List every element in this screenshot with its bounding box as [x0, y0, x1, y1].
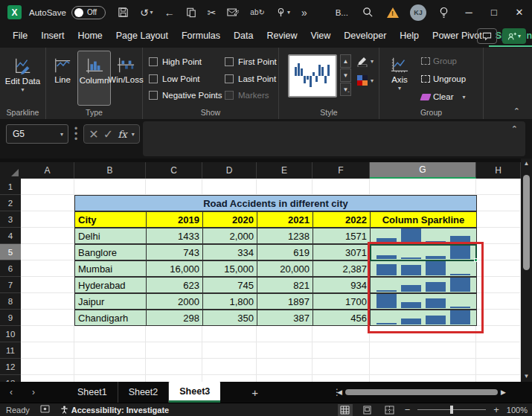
- lightbulb-icon[interactable]: [431, 0, 456, 25]
- sheet-tab-sheet1[interactable]: Sheet1: [67, 382, 118, 403]
- undo-icon[interactable]: ↺▾: [140, 7, 153, 19]
- cell-value[interactable]: 623: [146, 277, 203, 293]
- grid-cell[interactable]: [370, 179, 476, 195]
- grid-cell[interactable]: [370, 342, 476, 359]
- menu-tab-data[interactable]: Data: [227, 25, 260, 47]
- grid-cell[interactable]: [202, 326, 257, 342]
- maximize-button[interactable]: □: [481, 0, 507, 25]
- cell-value[interactable]: 1571: [313, 228, 371, 244]
- grid-cell[interactable]: [74, 326, 146, 342]
- grid-cell[interactable]: [146, 359, 202, 375]
- row-header-3[interactable]: 3: [0, 211, 21, 228]
- envelope-pen-icon[interactable]: [227, 7, 239, 17]
- grid-cell[interactable]: [21, 293, 74, 310]
- cell-value[interactable]: 1700: [313, 293, 371, 310]
- grid-cell[interactable]: [313, 359, 370, 375]
- zoom-out-icon[interactable]: −: [405, 404, 411, 415]
- avatar[interactable]: KJ: [406, 0, 431, 25]
- page-break-view-button[interactable]: [382, 404, 397, 416]
- grid-cell[interactable]: [202, 375, 257, 382]
- scroll-down-icon[interactable]: ▼: [521, 371, 532, 382]
- style-gallery-preview[interactable]: [288, 54, 337, 97]
- checkbox-negative-points[interactable]: Negative Points: [149, 89, 225, 102]
- checkbox-last-point[interactable]: Last Point: [225, 72, 281, 86]
- cell-value[interactable]: 1238: [257, 228, 313, 244]
- menu-tab-file[interactable]: File: [6, 25, 34, 47]
- grid-cell[interactable]: [21, 310, 74, 326]
- marker-color-button[interactable]: ▾: [356, 74, 374, 86]
- grid-cell[interactable]: [313, 179, 370, 195]
- more-commands-icon[interactable]: »: [301, 7, 307, 19]
- column-header-G[interactable]: G: [370, 162, 476, 179]
- autosave-toggle[interactable]: Off: [71, 6, 106, 19]
- cell-value[interactable]: 298: [146, 310, 203, 326]
- checkbox-high-point[interactable]: High Point: [149, 55, 225, 68]
- grid-cell[interactable]: [146, 375, 202, 382]
- zoom-slider-thumb[interactable]: [450, 406, 453, 414]
- scroll-left-icon[interactable]: ◀: [337, 388, 342, 396]
- column-header-H[interactable]: H: [476, 162, 521, 179]
- grid-cell[interactable]: [202, 342, 257, 359]
- grid-cell[interactable]: [313, 326, 370, 342]
- column-header-B[interactable]: B: [74, 162, 146, 179]
- horizontal-scrollbar[interactable]: ◀ ▶: [337, 388, 529, 396]
- grid-cell[interactable]: [74, 179, 146, 195]
- grid-cell[interactable]: [202, 359, 257, 375]
- grid-cell[interactable]: [21, 359, 74, 375]
- back-arrow-icon[interactable]: ←: [164, 7, 175, 19]
- formula-input[interactable]: ⌃: [143, 121, 525, 156]
- grid-cell[interactable]: [21, 211, 74, 228]
- name-box[interactable]: G5 ▾: [6, 124, 68, 144]
- scroll-up-icon[interactable]: ▲: [521, 159, 532, 169]
- warning-icon[interactable]: !: [380, 0, 406, 25]
- cell-value[interactable]: 2,000: [202, 228, 257, 244]
- cell-value[interactable]: 619: [257, 244, 313, 260]
- sheet-next-icon[interactable]: ›: [22, 387, 45, 397]
- enter-icon[interactable]: ✓: [103, 127, 113, 141]
- normal-view-button[interactable]: [338, 404, 353, 416]
- cell-value[interactable]: 20,000: [257, 260, 313, 277]
- style-gallery-up-button[interactable]: ▲: [340, 54, 351, 68]
- cell-value[interactable]: 3071: [313, 244, 371, 260]
- column-header-C[interactable]: C: [146, 162, 202, 179]
- style-gallery-more-button[interactable]: ▼̱: [340, 83, 351, 96]
- sparkline-color-button[interactable]: ▾: [356, 55, 374, 67]
- grid-cell[interactable]: [313, 375, 370, 382]
- macro-record-icon[interactable]: [40, 405, 50, 415]
- sheet-tab-sheet3[interactable]: Sheet3: [169, 382, 220, 403]
- grid-cell[interactable]: [476, 179, 521, 195]
- page-layout-view-button[interactable]: [360, 404, 375, 416]
- cell-value[interactable]: 350: [202, 310, 257, 326]
- vertical-scrollbar[interactable]: ▲ ▼: [521, 159, 532, 382]
- add-sheet-button[interactable]: +: [251, 386, 258, 399]
- fx-chevron-icon[interactable]: ▾: [132, 131, 135, 138]
- menu-tab-view[interactable]: View: [304, 25, 337, 47]
- grid-cell[interactable]: [21, 179, 74, 195]
- grid-cell[interactable]: [21, 342, 74, 359]
- search-icon[interactable]: [355, 0, 380, 25]
- cell-city[interactable]: Hyderabad: [74, 277, 147, 293]
- row-header-8[interactable]: 8: [0, 293, 21, 310]
- comments-button[interactable]: [477, 28, 497, 44]
- share-button[interactable]: ▾: [502, 28, 526, 44]
- ungroup-button[interactable]: Ungroup: [421, 71, 466, 86]
- grid-cell[interactable]: [476, 195, 521, 211]
- grid-cell[interactable]: [257, 375, 313, 382]
- checkbox-low-point[interactable]: Low Point: [149, 72, 225, 86]
- row-header-6[interactable]: 6: [0, 260, 21, 277]
- grid-cell[interactable]: [370, 359, 476, 375]
- line-sparkline-button[interactable]: Line: [48, 51, 77, 106]
- menu-tab-insert[interactable]: Insert: [34, 25, 71, 47]
- menu-tab-home[interactable]: Home: [71, 25, 109, 47]
- grid-cell[interactable]: [74, 359, 146, 375]
- minimize-button[interactable]: ─: [456, 0, 481, 25]
- edit-data-button[interactable]: Edit Data ▾: [3, 51, 42, 106]
- grid-cell[interactable]: [21, 195, 74, 211]
- style-gallery-down-button[interactable]: ▼: [340, 68, 351, 82]
- row-header-4[interactable]: 4: [0, 228, 21, 244]
- cell-value[interactable]: 821: [257, 277, 313, 293]
- cell-city[interactable]: Mumbai: [74, 260, 147, 277]
- cell-value[interactable]: 387: [257, 310, 313, 326]
- menu-tab-developer[interactable]: Developer: [337, 25, 393, 47]
- row-header-2[interactable]: 2: [0, 195, 21, 211]
